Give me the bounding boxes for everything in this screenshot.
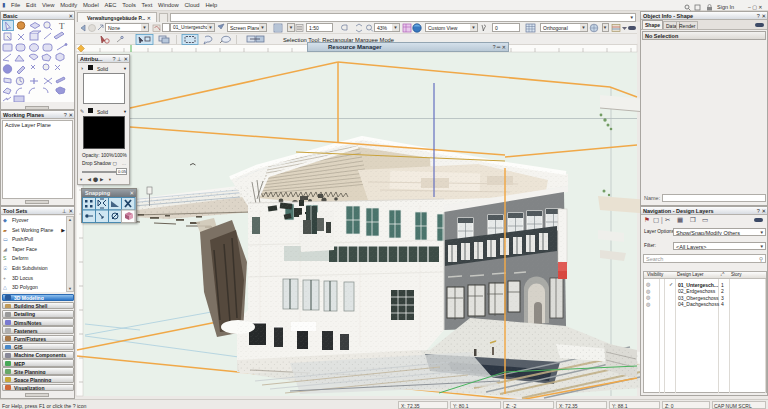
- svg-text:T: T: [59, 21, 65, 31]
